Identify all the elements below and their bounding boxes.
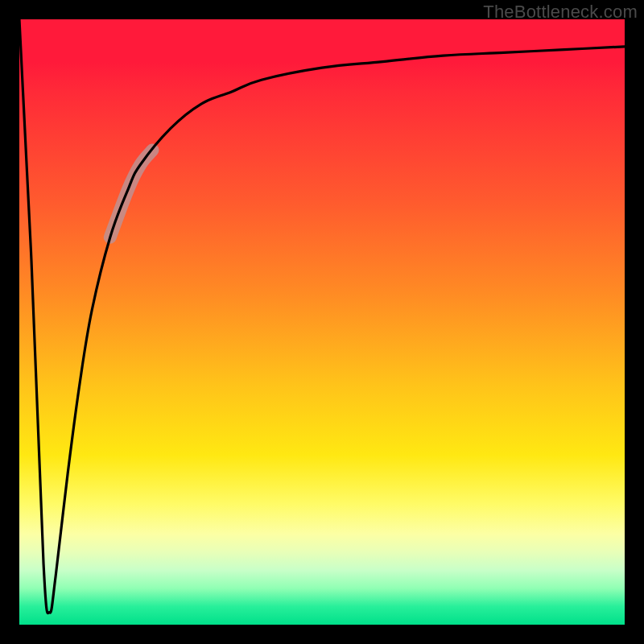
attribution-text: TheBottleneck.com	[483, 2, 638, 23]
chart-canvas: TheBottleneck.com	[0, 0, 644, 644]
plot-area	[19, 19, 625, 625]
bottleneck-curve	[19, 19, 625, 613]
highlight-segment	[110, 150, 153, 237]
curve-layer	[19, 19, 625, 625]
